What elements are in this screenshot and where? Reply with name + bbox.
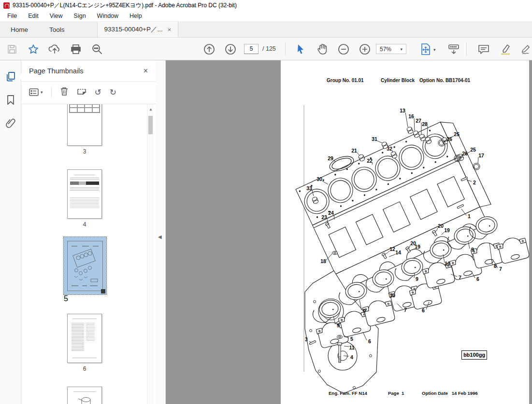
select-tool-icon[interactable] <box>294 43 307 56</box>
menu-file[interactable]: File <box>7 13 17 19</box>
thumbnail-image[interactable] <box>67 387 102 404</box>
hide-toolbar-icon[interactable] <box>447 43 460 56</box>
menu-sign[interactable]: Sign <box>74 13 86 19</box>
callout-number: 20 <box>438 223 444 229</box>
callout-number: 30 <box>316 176 322 182</box>
callout-number: 9 <box>416 276 418 282</box>
bookmarks-panel-icon[interactable] <box>5 94 16 106</box>
callout-number: 16 <box>408 113 414 119</box>
next-page-icon[interactable] <box>224 43 237 56</box>
toolbar-separator <box>285 42 286 56</box>
callout-number: 19 <box>415 244 420 250</box>
figure-code-box: bb100gg <box>461 350 487 360</box>
part-ring <box>473 163 480 170</box>
insert-pages-icon[interactable] <box>77 86 86 98</box>
share-cloud-icon[interactable] <box>48 43 61 56</box>
content-area: Page Thumbnails × ▾ <box>0 60 532 404</box>
thumbnail-page-5-selected[interactable]: 5 <box>64 237 106 303</box>
thumbnail-page-4[interactable]: 4 <box>67 169 102 228</box>
rotate-counterclockwise-icon[interactable]: ↺ <box>95 87 101 98</box>
tab-document-label: 93315-00040+P／... <box>104 25 163 34</box>
menu-view[interactable]: View <box>50 13 63 19</box>
callout-number: 28 <box>422 121 428 127</box>
callout-number: 31 <box>372 136 377 142</box>
callout-number: 4 <box>350 354 353 360</box>
hand-tool-icon[interactable] <box>316 43 329 56</box>
fill-sign-icon[interactable] <box>521 43 532 56</box>
page-footer-date: Option Date 14 Feb 1996 <box>422 390 478 396</box>
callout-number: 25 <box>470 147 476 153</box>
scroll-up-icon[interactable]: ▲ <box>149 107 153 111</box>
attachments-panel-icon[interactable] <box>5 117 16 129</box>
collapse-panel-icon[interactable]: ◀ <box>158 234 162 239</box>
thumbnail-options-icon[interactable]: ▾ <box>29 88 43 96</box>
print-icon[interactable] <box>70 43 82 56</box>
panel-close-icon[interactable]: × <box>144 67 148 75</box>
callout-number: 6 <box>476 276 479 282</box>
chevron-down-icon: ▾ <box>400 47 403 52</box>
callout-number: 9 <box>471 247 474 252</box>
tab-close-icon[interactable]: × <box>168 27 172 33</box>
thumbnail-label: 6 <box>67 365 102 372</box>
tab-home[interactable]: Home <box>0 22 39 37</box>
page-thumbnails-panel-icon[interactable] <box>5 71 16 83</box>
thumbnail-scrollbar[interactable]: ▲ <box>147 104 153 404</box>
page-footer-engfam: Eng. Fam. FF N14 <box>329 390 367 396</box>
highlight-icon[interactable] <box>499 43 512 56</box>
search-icon[interactable] <box>91 43 103 56</box>
thumbnail-selection[interactable] <box>64 237 106 294</box>
zoom-level-value: 57% <box>380 46 391 53</box>
thumbnail-image[interactable] <box>67 104 102 146</box>
scrollbar-thumb[interactable] <box>148 116 153 134</box>
menu-edit[interactable]: Edit <box>28 13 39 19</box>
callout-number: 10 <box>389 293 395 298</box>
callout-number: 19 <box>444 227 450 233</box>
tab-document[interactable]: 93315-00040+P／... × <box>97 22 179 37</box>
thumbnail-image[interactable] <box>67 241 103 291</box>
thumbnail-page-6[interactable]: 6 <box>67 314 102 372</box>
callout-number: 12 <box>389 246 395 252</box>
panel-toolbar-separator <box>51 87 52 98</box>
star-favorites-icon[interactable] <box>27 43 40 56</box>
menu-window[interactable]: Window <box>97 13 118 19</box>
acrobat-file-icon <box>3 2 10 9</box>
zoom-level-select[interactable]: 57% ▾ <box>376 44 406 54</box>
fit-page-icon[interactable] <box>419 43 432 56</box>
callout-number: 29 <box>328 155 333 161</box>
mini-table <box>69 104 100 113</box>
callout-number: 33 <box>306 185 312 191</box>
save-icon[interactable] <box>6 43 18 56</box>
thumbnail-image[interactable] <box>67 169 102 219</box>
rotate-clockwise-icon[interactable]: ↻ <box>110 87 116 98</box>
toolbar-separator <box>466 42 467 56</box>
callout-number: 21 <box>351 148 357 153</box>
page-count-label: / 125 <box>262 45 276 52</box>
callout-number: 32 <box>387 146 392 152</box>
thumbnail-label: 4 <box>67 221 102 228</box>
panel-title: Page Thumbnails <box>29 67 84 75</box>
thumbnail-image[interactable] <box>67 314 102 363</box>
callout-number: 25 <box>454 131 460 137</box>
callout-number: 17 <box>478 153 484 158</box>
previous-page-icon[interactable] <box>203 43 216 56</box>
mini-diagram <box>68 241 102 291</box>
document-canvas[interactable]: Group No. 01.01 Cylinder Block Option No… <box>166 60 532 404</box>
comment-icon[interactable] <box>477 43 490 56</box>
tab-tools[interactable]: Tools <box>39 22 75 37</box>
callout-number: 9 <box>363 308 366 314</box>
menu-help[interactable]: Help <box>129 13 142 19</box>
page-number-input[interactable]: 5 <box>244 44 259 54</box>
thumbnail-page-7[interactable] <box>67 387 102 404</box>
window-title: 93315-00040+P／L(N14-Cエンジン+95Z4EKヨウ).pdf … <box>13 1 237 10</box>
zoom-out-icon[interactable] <box>337 43 350 56</box>
fit-page-chevron-icon[interactable]: ▾ <box>433 47 436 52</box>
delete-pages-icon[interactable] <box>60 86 69 98</box>
pdf-page[interactable]: Group No. 01.01 Cylinder Block Option No… <box>281 60 529 404</box>
callout-number: 5 <box>350 336 353 342</box>
navigation-pane-strip <box>0 60 21 404</box>
thumbnail-page-3[interactable]: 3 <box>67 104 102 155</box>
tab-bar: Home Tools 93315-00040+P／... × <box>0 22 532 38</box>
page-view-indicator[interactable] <box>101 289 105 293</box>
zoom-in-icon[interactable] <box>359 43 371 56</box>
callout-number: 6 <box>368 338 371 344</box>
